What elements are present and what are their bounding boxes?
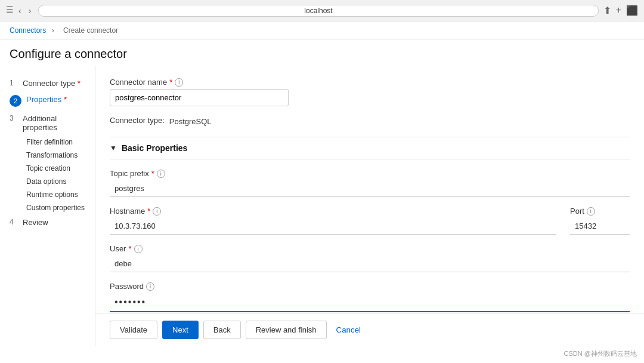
sidebar-item-additional-properties[interactable]: 3 Additional properties: [0, 110, 95, 136]
hostname-label: Hostname * i: [110, 207, 556, 216]
step-3-label: Additional properties: [23, 114, 85, 132]
hostname-input[interactable]: [110, 218, 556, 235]
menu-icon: ☰: [6, 5, 14, 17]
hostname-required: *: [147, 207, 150, 216]
basic-properties-header[interactable]: ▼ Basic Properties: [110, 137, 630, 159]
password-label: Password i: [110, 282, 630, 291]
connector-type-label: Connector type:: [110, 116, 165, 125]
main-layout: 1 Connector type * 2 Properties * 3 Addi…: [0, 66, 644, 346]
connector-name-info-icon[interactable]: i: [175, 78, 183, 87]
basic-properties-chevron: ▼: [110, 144, 117, 152]
password-group: Password i: [110, 282, 630, 312]
step-1-label: Connector type *: [23, 79, 80, 88]
breadcrumb-separator: ›: [52, 26, 54, 35]
topic-prefix-input[interactable]: [110, 180, 630, 197]
user-group: User * i: [110, 244, 630, 272]
user-label: User * i: [110, 244, 630, 253]
port-label: Port i: [570, 207, 630, 216]
actions-bar: Validate Next Back Review and finish Can…: [95, 313, 644, 346]
basic-properties-title: Basic Properties: [122, 143, 188, 153]
step-2-circle: 2: [10, 95, 21, 107]
connector-type-row: Connector type: PostgreSQL: [110, 116, 630, 127]
extensions-icon: ⬛: [626, 5, 638, 16]
nav-controls: ☰ ‹ ›: [6, 5, 33, 17]
validate-button[interactable]: Validate: [110, 321, 157, 339]
connector-type-value: PostgreSQL: [169, 117, 212, 126]
connector-name-input[interactable]: [110, 89, 289, 106]
topic-prefix-info-icon[interactable]: i: [157, 170, 165, 178]
main-content: Connector name * i Connector type: Postg…: [95, 66, 644, 313]
sub-item-filter-definition[interactable]: Filter definition: [21, 136, 95, 149]
topic-prefix-group: Topic prefix * i: [110, 169, 630, 197]
page-title: Configure a connector: [0, 40, 644, 66]
step-4-label: Review: [23, 218, 48, 227]
back-nav-button[interactable]: ‹: [16, 5, 24, 17]
step-4-number: 4: [10, 218, 18, 226]
sub-item-custom-properties[interactable]: Custom properties: [21, 201, 95, 214]
sidebar-item-review[interactable]: 4 Review: [0, 214, 95, 230]
sub-item-runtime-options[interactable]: Runtime options: [21, 188, 95, 201]
step-3-number: 3: [10, 114, 18, 122]
sidebar-item-connector-type[interactable]: 1 Connector type *: [0, 75, 95, 91]
share-icon: ⬆: [603, 5, 611, 16]
new-tab-icon: +: [616, 5, 621, 16]
user-input[interactable]: [110, 256, 630, 272]
back-button[interactable]: Back: [203, 321, 241, 339]
port-input[interactable]: [570, 218, 630, 235]
port-info-icon[interactable]: i: [587, 207, 595, 216]
sub-items-list: Filter definition Transformations Topic …: [0, 136, 95, 214]
breadcrumb: Connectors › Create connector: [0, 21, 644, 40]
hostname-port-row: Hostname * i Port i: [110, 207, 630, 244]
hostname-group: Hostname * i: [110, 207, 556, 235]
connector-name-label: Connector name * i: [110, 78, 630, 87]
port-group: Port i: [570, 207, 630, 235]
topic-prefix-label: Topic prefix * i: [110, 169, 630, 178]
connector-name-group: Connector name * i: [110, 78, 630, 106]
user-info-icon[interactable]: i: [134, 245, 143, 253]
browser-chrome: ☰ ‹ › localhost ⬆ + ⬛: [0, 0, 644, 21]
cancel-button[interactable]: Cancel: [332, 321, 366, 339]
connector-name-required: *: [169, 78, 172, 87]
sidebar-item-properties[interactable]: 2 Properties *: [0, 91, 95, 110]
forward-nav-button[interactable]: ›: [26, 5, 34, 17]
password-info-icon[interactable]: i: [146, 282, 154, 291]
sidebar: 1 Connector type * 2 Properties * 3 Addi…: [0, 66, 95, 346]
hostname-info-icon[interactable]: i: [153, 207, 161, 216]
toolbar-icons: ⬆ + ⬛: [603, 5, 638, 16]
user-required: *: [128, 244, 131, 253]
address-bar[interactable]: localhost: [38, 5, 598, 17]
breadcrumb-parent-link[interactable]: Connectors: [10, 26, 46, 35]
step-1-number: 1: [10, 79, 18, 87]
password-input[interactable]: [110, 293, 630, 312]
sub-item-transformations[interactable]: Transformations: [21, 149, 95, 162]
sub-item-data-options[interactable]: Data options: [21, 175, 95, 188]
topic-prefix-required: *: [151, 169, 154, 178]
sub-item-topic-creation[interactable]: Topic creation: [21, 162, 95, 175]
breadcrumb-current: Create connector: [63, 26, 118, 35]
next-button[interactable]: Next: [162, 321, 199, 339]
step-2-label: Properties *: [26, 95, 67, 104]
review-and-finish-button[interactable]: Review and finish: [246, 321, 327, 339]
app-container: Connectors › Create connector Configure …: [0, 21, 644, 346]
